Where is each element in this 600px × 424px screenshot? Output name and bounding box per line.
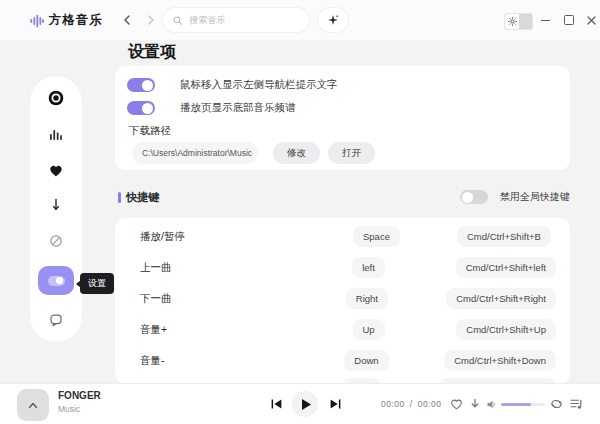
- shortcut-row: 上一曲 left Cmd/Ctrl+Shift+left: [115, 252, 570, 283]
- shortcut-action: 音量-: [140, 354, 344, 368]
- bar-chart-icon: [49, 128, 63, 141]
- search-box[interactable]: [163, 8, 309, 32]
- sparkle-icon: [327, 14, 339, 26]
- open-path-button[interactable]: 打开: [328, 142, 375, 164]
- time-separator: /: [410, 399, 413, 409]
- shortcut-global-key[interactable]: Cmd/Ctrl+Shift+Up: [456, 319, 556, 340]
- player-bar: FONGER Music 00:00 / 00:00: [0, 383, 600, 424]
- playlist-icon: [570, 398, 583, 410]
- app-window: 方格音乐: [0, 0, 600, 424]
- soundwave-logo-icon: [30, 14, 44, 28]
- forward-button[interactable]: [145, 14, 157, 26]
- spectrum-toggle[interactable]: [127, 101, 155, 115]
- app-logo: 方格音乐: [30, 12, 103, 29]
- download-path-field[interactable]: C:\Users\Administrator\Music: [132, 142, 258, 164]
- page-title: 设置项: [128, 42, 176, 63]
- sidebar-item-download[interactable]: [30, 195, 82, 215]
- volume-slider[interactable]: [501, 403, 545, 406]
- shortcuts-card: 播放/暂停 Space Cmd/Ctrl+Shift+B 上一曲 left Cm…: [115, 218, 570, 384]
- download-icon: [469, 398, 481, 410]
- next-track-button[interactable]: [330, 399, 341, 409]
- modify-path-button[interactable]: 修改: [273, 142, 320, 164]
- sidebar-item-favorites[interactable]: [30, 160, 82, 180]
- slashed-circle-icon: [49, 234, 63, 248]
- shortcut-row: 音量+ Up Cmd/Ctrl+Shift+Up: [115, 314, 570, 345]
- maximize-button[interactable]: [561, 12, 577, 28]
- total-time: 00:00: [418, 399, 442, 409]
- speaker-icon: [487, 400, 496, 409]
- settings-tooltip: 设置: [80, 273, 114, 294]
- shortcut-row: 播放/暂停 Space Cmd/Ctrl+Shift+B: [115, 221, 570, 252]
- shortcuts-header: 快捷键 禁用全局快捷键: [118, 188, 570, 206]
- shortcut-action: 播放/暂停: [140, 230, 353, 244]
- shortcut-key[interactable]: Up: [353, 319, 385, 340]
- toggle-icon: [48, 276, 65, 286]
- chevron-up-icon: [28, 402, 38, 409]
- disable-global-shortcuts-toggle[interactable]: [460, 190, 488, 204]
- maximize-icon: [564, 15, 574, 25]
- search-icon: [173, 15, 182, 26]
- playlist-button[interactable]: [570, 398, 583, 410]
- shortcut-global-key[interactable]: Cmd/Ctrl+Shift+B: [457, 226, 551, 247]
- time-display: 00:00 / 00:00: [381, 399, 441, 409]
- repeat-icon: [550, 398, 563, 410]
- current-time: 00:00: [381, 399, 405, 409]
- chevron-left-icon: [123, 15, 131, 25]
- minimize-button[interactable]: [537, 12, 553, 28]
- download-track-button[interactable]: [469, 398, 481, 410]
- shortcut-global-key[interactable]: Cmd/Ctrl+Shift+Down: [444, 350, 556, 371]
- play-button[interactable]: [292, 391, 318, 417]
- shortcut-global-key[interactable]: Cmd/Ctrl+Shift+Right: [446, 288, 556, 309]
- shortcut-global-key[interactable]: Cmd/Ctrl+Shift+left: [456, 257, 556, 278]
- shortcuts-title: 快捷键: [126, 190, 159, 205]
- repeat-button[interactable]: [550, 398, 563, 410]
- shortcut-key[interactable]: Down: [344, 350, 388, 371]
- close-icon: [587, 16, 596, 25]
- volume-button[interactable]: [487, 400, 496, 409]
- track-title: FONGER: [58, 390, 101, 401]
- skip-next-icon: [330, 399, 341, 409]
- theme-toggle[interactable]: [504, 13, 533, 30]
- previous-track-button[interactable]: [271, 399, 282, 409]
- search-input[interactable]: [187, 14, 299, 26]
- nav-tooltip-toggle[interactable]: [127, 78, 155, 92]
- down-arrow-icon: [49, 198, 63, 212]
- shortcut-key[interactable]: Right: [346, 288, 388, 309]
- shortcut-row: 音量- Down Cmd/Ctrl+Shift+Down: [115, 345, 570, 376]
- heart-outline-icon: [450, 398, 463, 410]
- sidebar-item-history[interactable]: [30, 231, 82, 251]
- shortcut-action: 下一曲: [140, 292, 346, 306]
- disable-global-shortcuts-label: 禁用全局快捷键: [500, 190, 570, 204]
- track-artist: Music: [58, 404, 80, 414]
- favorite-button[interactable]: [450, 398, 463, 410]
- sidebar-item-feedback[interactable]: [30, 310, 82, 330]
- album-art[interactable]: [17, 389, 49, 421]
- download-path-label: 下载路径: [129, 124, 171, 138]
- chevron-right-icon: [147, 15, 155, 25]
- light-mode-side: [505, 14, 519, 29]
- sun-icon: [508, 17, 517, 26]
- setting-label: 鼠标移入显示左侧导航栏提示文字: [180, 78, 338, 92]
- setting-row-nav-tooltip: 鼠标移入显示左侧导航栏提示文字: [127, 78, 338, 92]
- volume-slider-fill: [501, 403, 531, 406]
- chat-bubble-icon: [49, 313, 63, 327]
- shortcut-action: 上一曲: [140, 261, 352, 275]
- sidebar-item-discover[interactable]: [30, 88, 82, 108]
- heart-icon: [49, 164, 63, 177]
- topbar: 方格音乐: [0, 0, 600, 40]
- play-icon: [302, 399, 311, 410]
- setting-row-spectrum: 播放页显示底部音乐频谱: [127, 101, 296, 115]
- sound-effect-button[interactable]: [318, 8, 348, 32]
- close-button[interactable]: [583, 12, 599, 28]
- back-button[interactable]: [121, 14, 133, 26]
- shortcut-action: 音量+: [140, 323, 353, 337]
- sidebar-item-ranking[interactable]: [30, 124, 82, 144]
- skip-previous-icon: [271, 399, 282, 409]
- music-disc-icon: [48, 90, 64, 106]
- app-title: 方格音乐: [49, 12, 103, 29]
- shortcut-key[interactable]: left: [352, 257, 385, 278]
- shortcut-key[interactable]: Space: [353, 226, 400, 247]
- general-settings-card: 鼠标移入显示左侧导航栏提示文字 播放页显示底部音乐频谱 下载路径 C:\User…: [115, 66, 570, 170]
- sidebar-item-settings[interactable]: [38, 266, 74, 295]
- shortcut-row: 下一曲 Right Cmd/Ctrl+Shift+Right: [115, 283, 570, 314]
